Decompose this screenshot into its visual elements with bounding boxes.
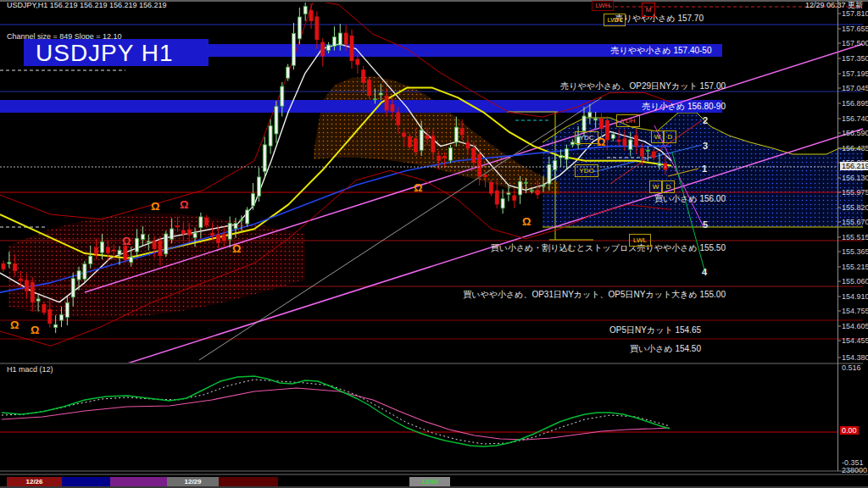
price-axis-label: 157.350 <box>842 54 868 63</box>
price-axis-label: 154.455 <box>842 336 868 345</box>
price-axis-label: 156.435 <box>842 144 868 152</box>
level-annotation: 買い小さめ 156.00 <box>654 193 726 205</box>
price-axis-label: 154.910 <box>842 292 868 301</box>
price-axis-label: 157.810 <box>842 9 868 18</box>
pivot-box-lwl: LWL <box>629 234 651 247</box>
pivot-box-d: D <box>664 130 676 143</box>
level-annotation: 買い小さめ・割り込むとストップロス売りやや小さめ 155.50 <box>491 242 726 254</box>
level-annotation: 売りやや小さめ、OP29日NYカット 157.00 <box>560 80 726 92</box>
pivot-box-w: W <box>651 130 664 143</box>
price-axis-label: 157.655 <box>842 25 868 33</box>
session-date-label: 12/30 <box>409 478 450 485</box>
price-axis-label: 156.130 <box>842 174 868 182</box>
macd-panel-layer <box>0 376 837 446</box>
price-axis-label: 156.740 <box>842 114 868 123</box>
order-band <box>0 100 722 113</box>
level-annotation: OP5日NYカット 154.65 <box>609 324 701 336</box>
session-segment: 12/26 <box>7 477 62 486</box>
reversal-marker-icon: Ω <box>597 136 605 148</box>
reversal-marker-icon: Ω <box>10 319 19 331</box>
reversal-marker-icon: Ω <box>180 198 188 211</box>
wave-number-2: 2 <box>703 115 708 125</box>
kumo-mid-orange <box>314 76 559 195</box>
reversal-marker-icon: Ω <box>122 235 131 247</box>
session-segment: 12/29 <box>167 477 219 486</box>
price-axis-label: 157.045 <box>842 84 868 92</box>
reversal-marker-icon: Ω <box>522 215 531 228</box>
price-axis-label: 157.500 <box>842 39 868 47</box>
macd-axis-label: 0.516 <box>842 363 861 372</box>
kumo-left-red <box>8 214 305 319</box>
price-axis-label: 154.380 <box>842 353 868 362</box>
session-date-label: 12/26 <box>7 478 62 485</box>
price-axis-label: 155.975 <box>842 188 868 197</box>
session-segment <box>219 477 278 486</box>
price-axis-label: 157.195 <box>842 69 868 78</box>
pivot-box-ydo: YDO <box>575 164 598 177</box>
macd-indicator-label: H1 macd (12) <box>7 366 53 374</box>
pivot-box-m: M <box>642 3 655 17</box>
reversal-marker-icon: Ω <box>414 181 422 194</box>
pivot-box-w: W <box>649 180 662 193</box>
reversal-marker-icon: Ω <box>31 324 39 336</box>
pivot-box-d: D <box>662 180 675 193</box>
pivot-box-ydh: YDH <box>616 114 640 127</box>
pivot-box-ydc: YDC <box>575 131 598 144</box>
macd-axis-label: 0.00 <box>840 426 859 435</box>
level-annotation: 売り小さめ 156.80-90 <box>642 101 726 113</box>
price-axis-label: 154.755 <box>842 307 868 315</box>
session-bar: 12/2612/2912/30 <box>0 477 868 486</box>
price-axis-label: 156.590 <box>842 129 868 137</box>
price-axis-label: 154.605 <box>842 322 868 330</box>
pivot-box-lwh: LWH <box>592 1 614 11</box>
session-segment: 12/30 <box>409 477 450 486</box>
trading-chart-window: USDJPY,H1 156.219 156.219 156.219 156.21… <box>0 0 868 488</box>
wave-number-5: 5 <box>703 219 708 230</box>
current-price-tag: 156.219 <box>840 162 868 170</box>
wave-number-3: 3 <box>703 141 708 151</box>
price-axis-label: 155.365 <box>842 247 868 256</box>
reversal-marker-icon: Ω <box>232 242 241 255</box>
price-axis-label: 155.515 <box>842 233 868 241</box>
page-title: USDJPY H1 <box>24 39 209 66</box>
macd-axis-label: 238000 <box>842 466 867 474</box>
level-annotation: 売りやや小さめ 157.40-50 <box>611 45 712 57</box>
price-axis-label: 155.060 <box>842 277 868 286</box>
price-axis-label: 155.215 <box>842 263 868 271</box>
level-annotation: 売りやや小さめ 157.70 <box>615 13 704 25</box>
wave-number-1: 1 <box>702 164 707 174</box>
session-segment <box>110 477 167 486</box>
price-axis-label: 156.895 <box>842 99 868 108</box>
session-date-label: 12/29 <box>167 478 219 485</box>
pivot-box-lwh: LWH <box>604 14 626 26</box>
reversal-marker-icon: Ω <box>151 200 159 213</box>
level-annotation: 買い小さめ 154.50 <box>630 343 701 355</box>
level-annotation: 買いやや小さめ、OP31日NYカット、OP5日NYカット大きめ 155.00 <box>463 289 726 301</box>
price-axis-label: 155.670 <box>842 218 868 226</box>
price-axis-label: 155.820 <box>842 203 868 212</box>
wave-number-4: 4 <box>702 267 707 277</box>
symbol-quote-line: USDJPY,H1 156.219 156.219 156.219 156.21… <box>7 2 167 10</box>
session-segment <box>62 477 110 486</box>
